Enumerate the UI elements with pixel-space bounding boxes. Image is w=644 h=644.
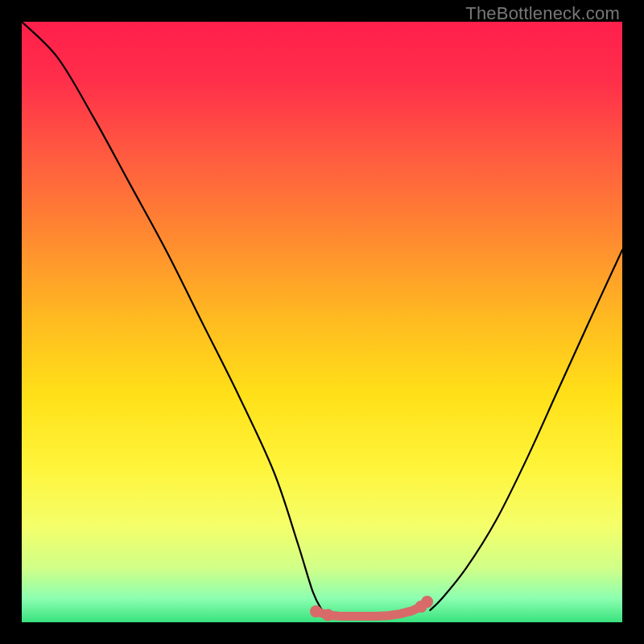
chart-frame: TheBottleneck.com xyxy=(0,0,644,644)
svg-rect-0 xyxy=(22,22,622,622)
background-gradient xyxy=(22,22,622,622)
plot-area xyxy=(22,22,622,622)
